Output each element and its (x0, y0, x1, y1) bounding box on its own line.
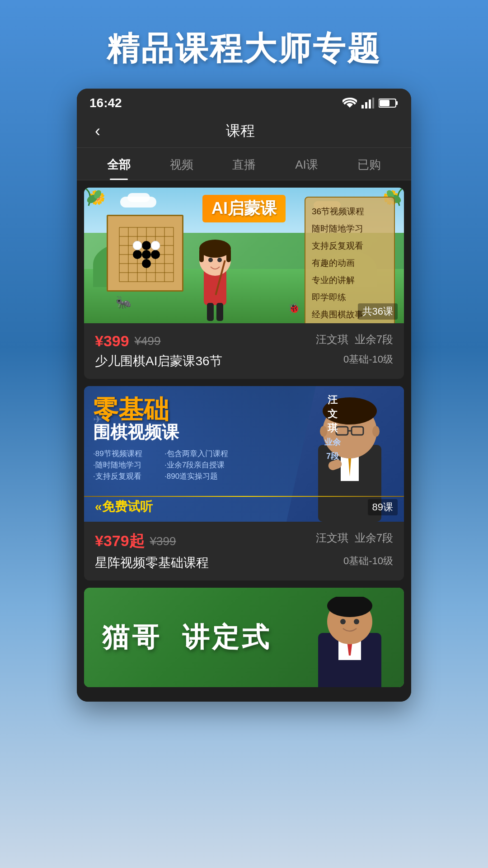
course-list: 🌼 🌼 (77, 180, 411, 702)
tab-live[interactable]: 直播 (213, 148, 275, 180)
course-info-2: ¥379起 ¥399 汪文琪 业余7段 星阵视频零基础课程 0基础-10级 (84, 522, 404, 580)
svg-point-59 (354, 619, 359, 624)
svg-rect-3 (372, 98, 374, 108)
status-icons (343, 98, 399, 108)
svg-rect-1 (365, 102, 367, 108)
svg-point-52 (372, 426, 380, 437)
nav-title: 课程 (108, 121, 373, 141)
status-bar: 16:42 (77, 89, 411, 115)
svg-point-28 (142, 241, 151, 250)
svg-rect-39 (207, 303, 214, 321)
course-card-1[interactable]: 🌼 🌼 (84, 188, 404, 379)
svg-point-29 (142, 259, 151, 268)
course-level-2: 0基础-10级 (343, 554, 393, 568)
svg-point-31 (151, 241, 160, 250)
svg-point-58 (340, 619, 346, 624)
price-original-2: ¥399 (150, 534, 176, 548)
svg-point-27 (151, 250, 160, 259)
course-card-2[interactable]: ✈ ✈ 零基础 围棋视频课 ·89节视频课程 ·包含两章入门课程 ·随时随地学习… (84, 386, 404, 580)
nav-bar: ‹ 课程 (77, 115, 411, 148)
status-time: 16:42 (89, 96, 122, 110)
svg-rect-40 (216, 303, 223, 321)
free-trial-label: «免费试听 (95, 498, 153, 515)
phone-container: 16:42 ‹ 课程 全部 (77, 89, 411, 702)
course-banner-3: 猫哥 讲定式 (84, 588, 404, 687)
teacher-name-banner: 汪文琪业余7段 (324, 393, 341, 463)
tab-all[interactable]: 全部 (88, 148, 150, 180)
svg-point-38 (217, 258, 222, 262)
character-teacher (188, 233, 242, 323)
svg-rect-2 (369, 99, 371, 108)
tab-video[interactable]: 视频 (150, 148, 212, 180)
svg-rect-36 (226, 249, 231, 262)
tab-ai[interactable]: AI课 (275, 148, 338, 180)
tab-bar: 全部 视频 直播 AI课 已购 (77, 148, 411, 180)
course-card-3[interactable]: 猫哥 讲定式 (84, 588, 404, 687)
svg-rect-35 (199, 249, 204, 262)
tab-purchased[interactable]: 已购 (338, 148, 400, 180)
lesson-count-1: 共36课 (358, 303, 398, 320)
price-original-1: ¥499 (135, 334, 161, 348)
ai-course-title-badge: AI启蒙课 (202, 195, 286, 222)
course-level-1: 0基础-10级 (343, 353, 393, 366)
course-name-2: 星阵视频零基础课程 (95, 554, 209, 571)
maoge-title: 猫哥 讲定式 (84, 588, 290, 687)
signal-icon (361, 98, 374, 108)
price-current-2: ¥379起 (95, 531, 145, 552)
svg-point-26 (133, 250, 142, 259)
svg-rect-6 (380, 100, 389, 106)
lesson-count-2: 89课 (368, 499, 398, 515)
svg-rect-0 (361, 105, 364, 108)
svg-point-25 (142, 250, 151, 259)
teacher-info-2: 汪文琪 业余7段 (316, 531, 393, 545)
svg-rect-5 (396, 101, 398, 105)
battery-icon (379, 98, 399, 108)
banner-beginner-bg: ✈ ✈ 零基础 围棋视频课 ·89节视频课程 ·包含两章入门课程 ·随时随地学习… (84, 386, 404, 522)
teacher-info-1: 汪文琪 业余7段 (316, 332, 393, 347)
back-button[interactable]: ‹ (88, 122, 108, 141)
course-name-1: 少儿围棋AI启蒙课36节 (95, 353, 222, 370)
course-banner-2: ✈ ✈ 零基础 围棋视频课 ·89节视频课程 ·包含两章入门课程 ·随时随地学习… (84, 386, 404, 522)
banner-ai-bg: 🌼 🌼 (84, 188, 404, 323)
wifi-icon (343, 98, 357, 108)
hero-title: 精品课程大师专题 (0, 0, 488, 89)
course-banner-1: 🌼 🌼 (84, 188, 404, 323)
course-info-1: ¥399 ¥499 汪文琪 业余7段 少儿围棋AI启蒙课36节 0基础-10级 (84, 323, 404, 379)
price-current-1: ¥399 (95, 332, 129, 350)
svg-point-30 (133, 241, 142, 250)
svg-point-34 (199, 240, 231, 258)
svg-point-37 (208, 258, 213, 262)
maoge-teacher (296, 597, 404, 687)
